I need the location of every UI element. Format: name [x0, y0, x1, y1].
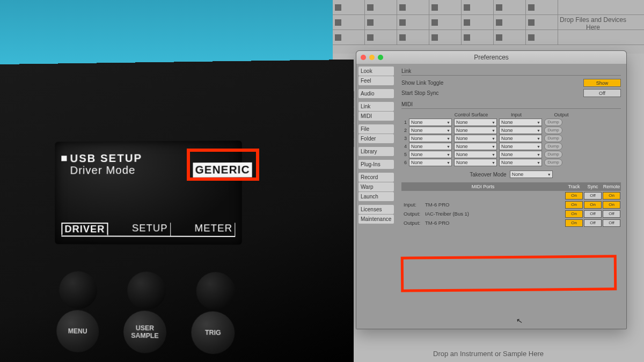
- start-stop-sync-button[interactable]: Off: [583, 89, 621, 97]
- port-remote-button[interactable]: Off: [603, 219, 620, 227]
- control-surface-row: 5NoneNoneNoneDump: [401, 151, 621, 158]
- port-sync-button[interactable]: Off: [584, 192, 602, 200]
- cursor-icon: ↖: [516, 316, 524, 326]
- midi-port-row: On Off On: [401, 191, 621, 200]
- tab-midi[interactable]: MIDI: [358, 112, 394, 121]
- midi-port-row: Output:IAC-Treiber (Bus 1)OnOffOff: [401, 209, 621, 218]
- control-surface-select[interactable]: None: [409, 127, 452, 134]
- control-surface-input[interactable]: None: [454, 151, 497, 158]
- tab-feel[interactable]: Feel: [358, 76, 394, 85]
- control-surface-input[interactable]: None: [454, 143, 497, 150]
- show-link-toggle-label: Show Link Toggle: [401, 80, 460, 86]
- tab-audio[interactable]: Audio: [358, 89, 394, 98]
- midi-port-row: Input:TM-6 PROOnOnOn: [401, 200, 621, 209]
- port-sync-button[interactable]: Off: [584, 210, 602, 218]
- dump-button[interactable]: Dump: [544, 143, 562, 150]
- control-surface-output[interactable]: None: [499, 159, 542, 166]
- drop-instrument-hint: Drop an Instrument or Sample Here: [333, 350, 644, 358]
- lcd-title: USB SETUP: [70, 152, 143, 165]
- port-name: IAC-Treiber (Bus 1): [425, 211, 565, 217]
- control-surface-output[interactable]: None: [499, 119, 542, 126]
- dump-button[interactable]: Dump: [544, 135, 562, 142]
- tab-library[interactable]: Library: [358, 147, 394, 156]
- start-stop-sync-label: Start Stop Sync: [401, 90, 460, 96]
- control-surface-input[interactable]: None: [454, 159, 497, 166]
- highlight-generic: [187, 149, 259, 181]
- control-surface-output[interactable]: None: [499, 135, 542, 142]
- lcd-tab-meter[interactable]: METER: [192, 223, 235, 236]
- tab-folder[interactable]: Folder: [358, 134, 394, 143]
- lcd-tab-driver[interactable]: DRIVER: [61, 223, 108, 235]
- control-surface-input[interactable]: None: [454, 119, 497, 126]
- control-surface-select[interactable]: None: [409, 135, 452, 142]
- drop-files-hint: Drop Files and Devices Here: [553, 16, 633, 31]
- preferences-sidebar: Look Feel Audio Link MIDI File Folder Li…: [356, 64, 396, 329]
- tab-look[interactable]: Look: [358, 67, 394, 76]
- control-surface-select[interactable]: None: [409, 159, 452, 166]
- section-link: Link: [401, 68, 621, 76]
- preferences-title: Preferences: [356, 54, 626, 61]
- tab-launch[interactable]: Launch: [358, 192, 394, 201]
- midi-port-row: Output:TM-6 PROOnOffOff: [401, 218, 621, 227]
- preferences-titlebar[interactable]: Preferences: [356, 51, 626, 64]
- port-name: TM-6 PRO: [425, 220, 565, 226]
- knob-3[interactable]: [196, 272, 236, 311]
- port-track-button[interactable]: On: [565, 219, 583, 227]
- lcd-tab-setup[interactable]: SETUP: [130, 223, 171, 235]
- port-name: TM-6 PRO: [425, 202, 565, 208]
- cs-header-input: Input: [495, 112, 538, 117]
- section-midi: MIDI: [401, 101, 621, 109]
- dump-button[interactable]: Dump: [544, 127, 562, 134]
- control-surface-row: 4NoneNoneNoneDump: [401, 143, 621, 150]
- trig-button[interactable]: TRIG: [191, 311, 235, 354]
- hardware-device: USB SETUP Driver Mode GENERIC DRIVER SET…: [0, 60, 354, 362]
- port-kind: Output:: [401, 211, 425, 217]
- user-sample-button[interactable]: USER SAMPLE: [123, 311, 166, 353]
- takeover-mode-select[interactable]: None: [510, 171, 553, 178]
- knob-1[interactable]: [59, 271, 97, 309]
- cs-header-output: Output: [540, 112, 583, 117]
- dump-button[interactable]: Dump: [544, 119, 562, 126]
- port-remote-button[interactable]: Off: [603, 210, 620, 218]
- port-track-button[interactable]: On: [565, 201, 583, 209]
- control-surface-row: 1NoneNoneNoneDump: [401, 119, 621, 126]
- control-surface-row: 2NoneNoneNoneDump: [401, 127, 621, 134]
- menu-button[interactable]: MENU: [56, 310, 99, 352]
- control-surface-select[interactable]: None: [409, 119, 452, 126]
- tab-maintenance[interactable]: Maintenance: [358, 215, 394, 224]
- control-surface-row: 6NoneNoneNoneDump: [401, 159, 621, 166]
- tab-warp[interactable]: Warp: [358, 182, 394, 191]
- knob-2[interactable]: [127, 271, 166, 309]
- highlight-midi-ports: [401, 255, 617, 292]
- control-surface-input[interactable]: None: [454, 127, 497, 134]
- square-icon: [61, 156, 67, 161]
- show-link-toggle-button[interactable]: Show: [583, 79, 621, 87]
- port-kind: Output:: [401, 220, 425, 226]
- cs-header-surface: Control Surface: [450, 112, 493, 117]
- port-sync-button[interactable]: On: [584, 201, 602, 209]
- tab-plugins[interactable]: Plug-Ins: [358, 160, 394, 169]
- dump-button[interactable]: Dump: [544, 151, 562, 158]
- control-surface-select[interactable]: None: [409, 143, 452, 150]
- port-kind: Input:: [401, 202, 425, 208]
- tab-file[interactable]: File: [358, 124, 394, 134]
- tab-link[interactable]: Link: [358, 102, 394, 111]
- control-surface-select[interactable]: None: [409, 151, 452, 158]
- midi-ports-header: MIDI Ports Track Sync Remote: [401, 182, 621, 191]
- port-track-button[interactable]: On: [565, 210, 583, 218]
- port-remote-button[interactable]: On: [603, 192, 620, 200]
- driver-mode-label: Driver Mode: [70, 164, 136, 177]
- port-sync-button[interactable]: Off: [584, 219, 602, 227]
- control-surface-output[interactable]: None: [499, 143, 542, 150]
- takeover-mode-label: Takeover Mode: [470, 172, 506, 178]
- tab-record[interactable]: Record: [358, 173, 394, 182]
- tab-licenses[interactable]: Licenses: [358, 205, 394, 214]
- dump-button[interactable]: Dump: [544, 159, 562, 166]
- control-surface-output[interactable]: None: [499, 151, 542, 158]
- control-surface-input[interactable]: None: [454, 135, 497, 142]
- port-track-button[interactable]: On: [565, 192, 583, 200]
- port-remote-button[interactable]: On: [603, 201, 620, 209]
- control-surface-output[interactable]: None: [499, 127, 542, 134]
- control-surface-row: 3NoneNoneNoneDump: [401, 135, 621, 142]
